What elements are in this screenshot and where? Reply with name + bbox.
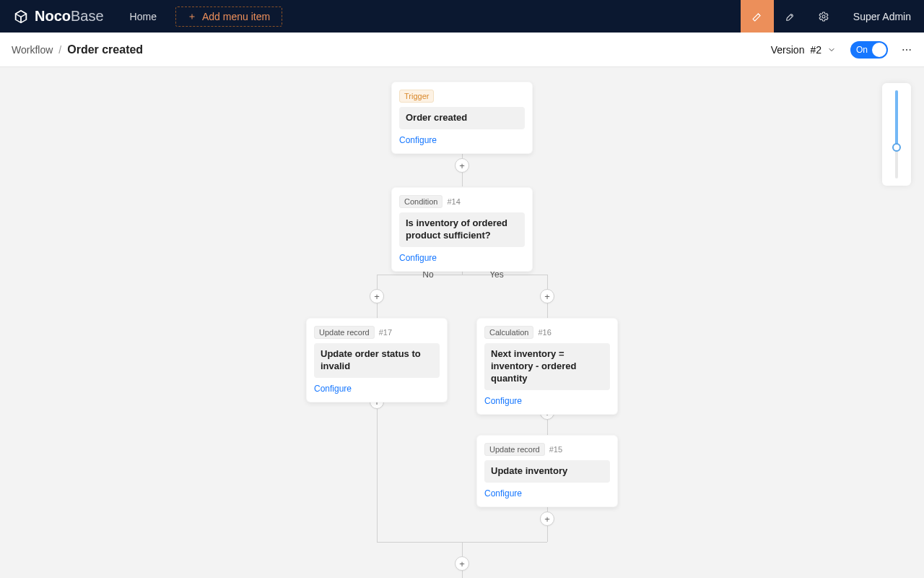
zoom-slider[interactable] — [882, 83, 911, 186]
highlighter-icon — [751, 11, 763, 22]
breadcrumb-current: Order created — [67, 43, 143, 56]
node-tag: Calculation — [484, 326, 533, 339]
add-node-button[interactable]: + — [370, 289, 384, 303]
switch-knob — [872, 43, 886, 57]
workflow-enabled-switch[interactable]: On — [850, 41, 888, 59]
dots-horizontal-icon — [901, 44, 912, 56]
svg-point-3 — [906, 49, 907, 51]
node-update-invalid[interactable]: Update record #17 Update order status to… — [306, 318, 448, 402]
plus-icon — [188, 12, 196, 21]
add-menu-label: Add menu item — [202, 11, 270, 22]
add-node-button[interactable]: + — [455, 158, 469, 173]
zoom-handle[interactable] — [892, 143, 901, 152]
more-actions-button[interactable] — [901, 44, 912, 56]
node-update-inventory[interactable]: Update record #15 Update inventory Confi… — [476, 435, 618, 507]
chevron-down-icon — [827, 46, 836, 54]
cube-icon — [13, 9, 29, 25]
svg-point-2 — [902, 49, 904, 51]
configure-link[interactable]: Configure — [314, 384, 352, 394]
add-node-button[interactable]: + — [540, 289, 554, 303]
nav-home[interactable]: Home — [130, 11, 157, 22]
node-title: Next inventory = inventory - ordered qua… — [484, 343, 610, 390]
add-node-button[interactable]: + — [455, 556, 469, 571]
logo[interactable]: NocoBase — [13, 8, 104, 25]
zoom-track — [895, 90, 898, 178]
version-number: #2 — [810, 44, 821, 56]
configure-link[interactable]: Configure — [399, 135, 437, 145]
add-node-button[interactable]: + — [540, 512, 554, 526]
topbar: NocoBase Home Add menu item Super Admin — [0, 0, 924, 33]
node-title: Update order status to invalid — [314, 343, 440, 378]
logo-text-main: Noco — [35, 8, 71, 24]
node-tag: Update record — [484, 443, 545, 456]
node-condition[interactable]: Condition #14 Is inventory of ordered pr… — [391, 187, 533, 272]
node-title: Update inventory — [484, 460, 610, 483]
node-hash: #14 — [447, 197, 460, 206]
add-menu-item-button[interactable]: Add menu item — [175, 7, 282, 27]
version-label: Version — [771, 44, 805, 56]
plugin-button[interactable] — [774, 0, 807, 33]
node-trigger[interactable]: Trigger Order created Configure — [391, 82, 533, 154]
node-hash: #17 — [379, 328, 392, 337]
rocket-icon — [785, 11, 796, 22]
configure-link[interactable]: Configure — [484, 488, 522, 499]
zoom-fill — [895, 90, 898, 147]
logo-text-thin: Base — [71, 8, 104, 24]
node-title: Is inventory of ordered product sufficie… — [399, 212, 525, 247]
node-tag: Trigger — [399, 90, 434, 103]
svg-point-0 — [790, 14, 792, 16]
sub-header: Workflow / Order created Version #2 On — [0, 33, 924, 67]
configure-link[interactable]: Configure — [399, 253, 437, 263]
user-menu[interactable]: Super Admin — [840, 11, 924, 22]
switch-label: On — [856, 45, 868, 55]
configure-link[interactable]: Configure — [484, 396, 522, 406]
node-title: Order created — [399, 107, 525, 129]
workflow-canvas[interactable]: No Yes + + + + + + + Trigger Order creat… — [0, 67, 924, 578]
node-calculation[interactable]: Calculation #16 Next inventory = invento… — [476, 318, 618, 415]
node-hash: #16 — [538, 328, 551, 337]
connector — [377, 275, 547, 275]
node-tag: Condition — [399, 195, 443, 208]
node-tag: Update record — [314, 326, 375, 339]
gear-icon — [818, 11, 829, 22]
breadcrumb-workflow[interactable]: Workflow — [12, 44, 53, 56]
highlighter-button[interactable] — [741, 0, 774, 33]
node-hash: #15 — [549, 445, 562, 454]
svg-point-1 — [822, 15, 825, 18]
settings-button[interactable] — [807, 0, 840, 33]
breadcrumb-separator: / — [58, 44, 61, 56]
svg-point-4 — [910, 49, 911, 51]
version-selector[interactable]: Version #2 — [771, 44, 836, 56]
